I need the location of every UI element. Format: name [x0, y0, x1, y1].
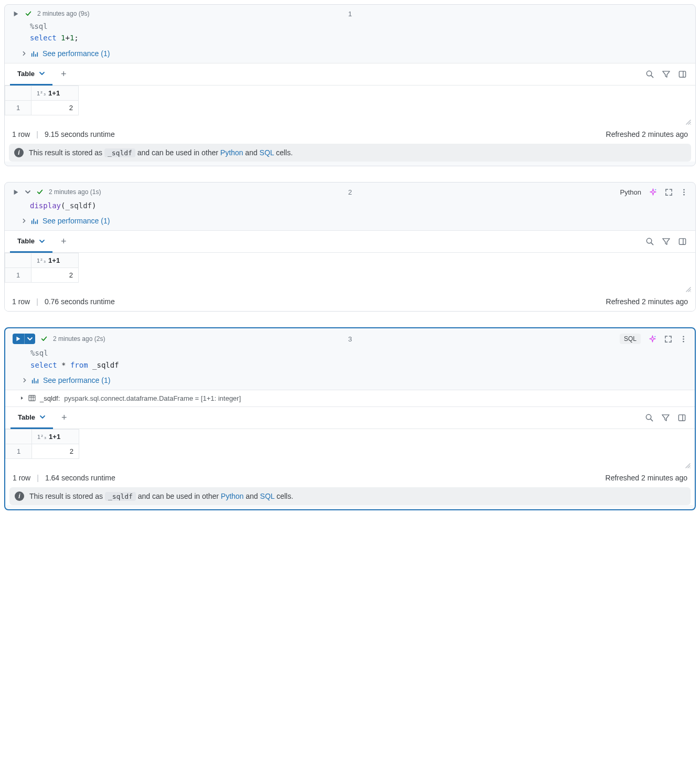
- search-icon[interactable]: [645, 237, 654, 246]
- caret-right-icon: [20, 396, 24, 400]
- run-button[interactable]: [13, 334, 24, 344]
- cell-header: 2 minutes ago (1s) 2 Python: [5, 183, 695, 200]
- add-tab-button[interactable]: +: [53, 412, 76, 423]
- output-tabbar: Table +: [5, 231, 695, 253]
- row-index: 1: [5, 268, 31, 283]
- type-icon: 1²₃: [37, 434, 47, 440]
- banner-link-python[interactable]: Python: [220, 148, 243, 157]
- svg-rect-1: [679, 71, 685, 77]
- cell-number: 2: [348, 188, 352, 196]
- refreshed-label: Refreshed 2 minutes ago: [606, 474, 687, 482]
- output-tabbar: Table +: [5, 407, 695, 429]
- cell-menu-chevron[interactable]: [25, 189, 31, 195]
- banner-link-sql[interactable]: SQL: [260, 492, 275, 500]
- row-index: 1: [5, 100, 31, 115]
- data-grid[interactable]: 1²₃1+1 1 2: [5, 85, 695, 115]
- table-row[interactable]: 1 2: [5, 268, 79, 283]
- svg-point-4: [683, 191, 685, 193]
- language-badge[interactable]: SQL: [620, 334, 641, 344]
- assistant-sparkle-icon[interactable]: [649, 188, 657, 197]
- banner-link-python[interactable]: Python: [221, 492, 244, 500]
- cell-output: Table + 1²₃1+1 1: [5, 407, 695, 505]
- svg-rect-7: [679, 239, 685, 244]
- chevron-down-icon[interactable]: [39, 238, 45, 244]
- refreshed-label: Refreshed 2 minutes ago: [606, 297, 688, 306]
- filter-icon[interactable]: [662, 237, 671, 246]
- banner-code: _sqldf: [105, 492, 136, 501]
- banner-code: _sqldf: [104, 148, 135, 157]
- status-bar: 1 row | 0.76 seconds runtime Refreshed 2…: [5, 292, 695, 311]
- success-check-icon: [36, 188, 44, 196]
- banner-link-sql[interactable]: SQL: [260, 148, 274, 157]
- code-editor[interactable]: %sqlselect 1+1;: [5, 20, 695, 46]
- resize-handle-icon[interactable]: [5, 459, 695, 468]
- tab-label: Table: [17, 70, 35, 78]
- see-performance-link[interactable]: See performance (1): [5, 46, 695, 63]
- column-header[interactable]: 1²₃1+1: [32, 429, 79, 444]
- add-tab-button[interactable]: +: [52, 236, 75, 247]
- svg-point-5: [683, 194, 685, 196]
- run-button[interactable]: [12, 188, 19, 196]
- row-count: 1 row: [13, 474, 30, 482]
- type-icon: 1²₃: [37, 91, 46, 97]
- tab-table[interactable]: Table: [10, 231, 52, 253]
- divider: |: [37, 474, 39, 482]
- tab-table[interactable]: Table: [10, 407, 53, 429]
- chevron-right-icon: [22, 378, 27, 383]
- chevron-down-icon[interactable]: [39, 70, 45, 77]
- assistant-sparkle-icon[interactable]: [648, 335, 657, 344]
- bar-chart-icon: [31, 217, 38, 224]
- column-header[interactable]: 1²₃1+1: [31, 253, 79, 268]
- svg-point-10: [683, 338, 684, 340]
- row-count: 1 row: [12, 297, 30, 306]
- panel-icon[interactable]: [678, 237, 687, 246]
- chevron-right-icon: [22, 218, 27, 223]
- run-button[interactable]: [12, 10, 19, 17]
- success-check-icon: [40, 335, 48, 342]
- expand-icon[interactable]: [664, 335, 672, 343]
- table-row[interactable]: 1 2: [5, 100, 79, 115]
- table-row[interactable]: 1 2: [6, 444, 79, 458]
- language-label[interactable]: Python: [620, 188, 641, 196]
- search-icon[interactable]: [645, 413, 654, 422]
- schema-varname: _sqldf:: [40, 394, 60, 402]
- refreshed-label: Refreshed 2 minutes ago: [606, 130, 688, 138]
- more-menu-icon[interactable]: [680, 335, 687, 343]
- panel-icon[interactable]: [678, 70, 687, 79]
- resize-handle-icon[interactable]: [5, 283, 695, 292]
- panel-icon[interactable]: [677, 413, 686, 422]
- execution-timestamp: 2 minutes ago (1s): [49, 188, 101, 196]
- filter-icon[interactable]: [662, 70, 671, 79]
- perf-label: See performance (1): [43, 49, 110, 58]
- tab-table[interactable]: Table: [10, 63, 52, 85]
- row-index: 1: [6, 444, 32, 458]
- code-editor[interactable]: %sqlselect * from _sqldf: [5, 347, 695, 373]
- schema-type: pyspark.sql.connect.dataframe.DataFrame …: [64, 394, 241, 402]
- search-icon[interactable]: [645, 70, 654, 79]
- more-menu-icon[interactable]: [680, 188, 688, 196]
- cell-value: 2: [31, 100, 79, 115]
- svg-point-3: [683, 189, 685, 190]
- cell-output: Table + 1²₃1+1 1: [5, 63, 695, 162]
- see-performance-link[interactable]: See performance (1): [5, 213, 695, 230]
- add-tab-button[interactable]: +: [52, 69, 75, 80]
- info-icon: i: [15, 491, 24, 501]
- resize-handle-icon[interactable]: [5, 115, 695, 125]
- runtime-label: 9.15 seconds runtime: [45, 130, 115, 138]
- schema-row[interactable]: _sqldf: pyspark.sql.connect.dataframe.Da…: [5, 390, 695, 407]
- chevron-down-icon[interactable]: [39, 414, 46, 420]
- notebook-cell: 2 minutes ago (9s) 1 %sqlselect 1+1; See…: [4, 4, 696, 166]
- expand-icon[interactable]: [665, 188, 673, 196]
- row-header-corner: [5, 253, 31, 268]
- svg-rect-12: [29, 395, 35, 401]
- status-bar: 1 row | 1.64 seconds runtime Refreshed 2…: [5, 468, 695, 487]
- data-grid[interactable]: 1²₃1+1 1 2: [5, 253, 695, 283]
- code-editor[interactable]: display(_sqldf): [5, 200, 695, 213]
- table-icon: [28, 395, 36, 401]
- run-dropdown[interactable]: [24, 334, 35, 344]
- data-grid[interactable]: 1²₃1+1 1 2: [5, 429, 695, 459]
- filter-icon[interactable]: [661, 413, 670, 422]
- column-header[interactable]: 1²₃1+1: [31, 85, 79, 100]
- see-performance-link[interactable]: See performance (1): [5, 373, 695, 390]
- notebook-cell: 2 minutes ago (1s) 2 Python display(_sql…: [4, 182, 696, 312]
